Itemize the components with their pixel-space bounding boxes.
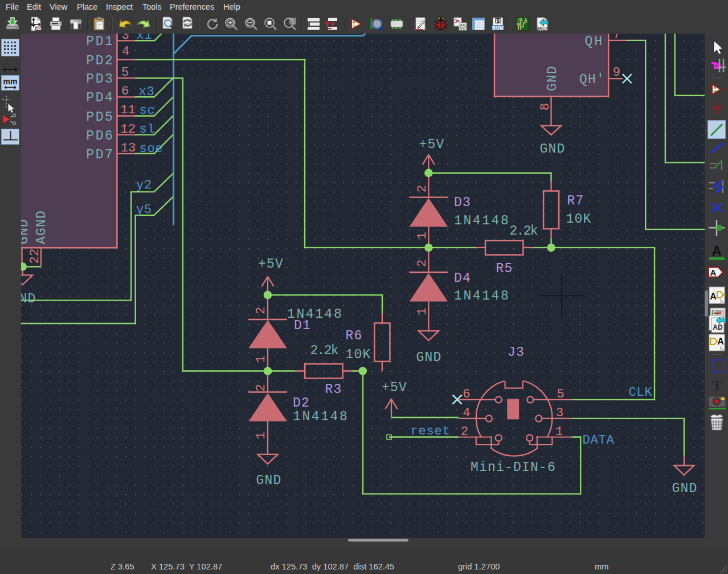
svg-text:4: 4 xyxy=(122,44,129,59)
svg-text:GND: GND xyxy=(21,292,36,306)
svg-text:sc: sc xyxy=(140,104,156,118)
svg-text:PD1: PD1 xyxy=(86,34,114,49)
svg-text:1N4148: 1N4148 xyxy=(293,409,349,424)
svg-text:+5V: +5V xyxy=(382,380,407,395)
svg-text:A: A xyxy=(712,244,722,259)
svg-text:1N4148: 1N4148 xyxy=(454,289,510,304)
svg-text:GND: GND xyxy=(539,142,565,157)
svg-text:PD7: PD7 xyxy=(86,147,114,162)
svg-text:GND: GND xyxy=(672,481,697,496)
svg-text:PD4: PD4 xyxy=(86,91,114,105)
svg-text:GND: GND xyxy=(545,65,560,91)
svg-text:10K: 10K xyxy=(346,347,371,362)
svg-text:2: 2 xyxy=(461,425,468,439)
svg-text:BACK: BACK xyxy=(536,26,549,31)
svg-text:D1: D1 xyxy=(294,318,311,333)
svg-text:soe: soe xyxy=(140,142,163,156)
svg-text:1N4148: 1N4148 xyxy=(454,214,510,228)
svg-text:2: 2 xyxy=(415,260,430,267)
svg-text:11: 11 xyxy=(120,103,135,117)
svg-text:reset: reset xyxy=(411,424,451,438)
svg-text:CLK: CLK xyxy=(629,386,653,400)
svg-text:A: A xyxy=(710,268,717,277)
svg-text:6: 6 xyxy=(463,387,470,401)
svg-text:y2: y2 xyxy=(136,178,152,192)
svg-text:6: 6 xyxy=(121,84,129,99)
svg-text:sl: sl xyxy=(140,122,156,137)
svg-text:x1: x1 xyxy=(137,34,153,43)
svg-text:1: 1 xyxy=(415,308,430,315)
svg-text:$: $ xyxy=(496,18,499,24)
svg-text:1: 1 xyxy=(254,432,268,439)
svg-text:4: 4 xyxy=(463,406,470,420)
svg-text:D3: D3 xyxy=(454,195,471,210)
svg-text:QH': QH' xyxy=(579,72,605,87)
svg-text:22: 22 xyxy=(28,249,42,264)
svg-text:A: A xyxy=(717,337,724,346)
svg-text:A: A xyxy=(710,292,717,301)
svg-text:R6: R6 xyxy=(346,329,363,343)
svg-text:AD: AD xyxy=(713,323,723,331)
svg-text:D2: D2 xyxy=(293,396,310,411)
svg-text:GND: GND xyxy=(256,473,281,488)
svg-text:10K: 10K xyxy=(566,212,592,227)
svg-text:2: 2 xyxy=(254,384,268,391)
svg-text:2.2k: 2.2k xyxy=(310,343,338,358)
svg-text:DATA: DATA xyxy=(583,433,615,448)
svg-text:13: 13 xyxy=(121,141,136,155)
svg-text:R5: R5 xyxy=(496,261,513,276)
svg-text:AGND: AGND xyxy=(34,210,49,244)
svg-text:2: 2 xyxy=(415,185,430,192)
svg-text:3: 3 xyxy=(121,34,129,43)
svg-text:9: 9 xyxy=(613,65,620,80)
svg-text:+5V: +5V xyxy=(419,137,444,152)
svg-text:mm: mm xyxy=(3,77,18,86)
svg-text:GND: GND xyxy=(21,219,31,244)
svg-text:R3: R3 xyxy=(325,382,342,397)
svg-text:PD6: PD6 xyxy=(86,129,114,144)
svg-text:1: 1 xyxy=(555,425,563,439)
svg-text:8: 8 xyxy=(538,103,553,110)
svg-text:D4: D4 xyxy=(454,271,471,286)
svg-text:T: T xyxy=(712,378,722,395)
svg-text:7: 7 xyxy=(613,34,620,42)
svg-text:5: 5 xyxy=(121,65,129,80)
svg-text:+5V: +5V xyxy=(258,257,284,272)
svg-text:2: 2 xyxy=(254,307,268,314)
svg-text:QH: QH xyxy=(584,34,604,49)
svg-text:PD2: PD2 xyxy=(86,54,114,68)
svg-text:R7: R7 xyxy=(567,194,584,208)
svg-text:12: 12 xyxy=(120,122,135,137)
svg-text:GND: GND xyxy=(416,350,441,365)
svg-text:BOM: BOM xyxy=(492,25,504,31)
svg-text:y5: y5 xyxy=(136,203,152,217)
svg-text:Mini-DIN-6: Mini-DIN-6 xyxy=(471,460,556,475)
svg-text:PD5: PD5 xyxy=(86,110,114,125)
svg-text:2.2k: 2.2k xyxy=(510,224,538,239)
svg-text:5: 5 xyxy=(557,387,564,401)
svg-text:3: 3 xyxy=(556,406,563,420)
svg-text:J3: J3 xyxy=(508,345,525,360)
svg-text:PD3: PD3 xyxy=(86,72,114,87)
svg-text:x3: x3 xyxy=(139,85,155,99)
svg-text:1: 1 xyxy=(415,232,430,239)
svg-text:1: 1 xyxy=(254,355,268,363)
